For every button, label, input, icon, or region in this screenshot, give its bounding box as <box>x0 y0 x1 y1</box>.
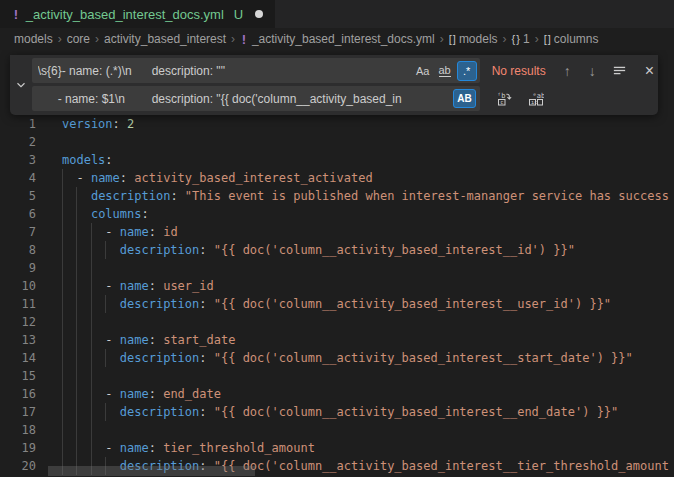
code-line[interactable]: 11 description: "{{ doc('column__activit… <box>0 295 674 313</box>
breadcrumb-item-models[interactable]: [ ]models <box>449 32 498 46</box>
code-line-text[interactable]: - name: start_date <box>62 331 674 349</box>
indent-guide <box>105 349 106 367</box>
preserve-case-toggle[interactable]: AB <box>453 89 475 108</box>
indent-guide <box>62 367 63 385</box>
indent-guide <box>62 223 63 241</box>
code-line[interactable]: 15 <box>0 367 674 385</box>
breadcrumb-item-1[interactable]: { }1 <box>512 32 530 46</box>
code-line-text[interactable]: - name: id <box>62 223 674 241</box>
breadcrumb-label: models <box>459 32 498 46</box>
code-line[interactable]: 10 - name: user_id <box>0 277 674 295</box>
code-line-text[interactable]: version: 2 <box>62 115 674 133</box>
tab-bar: ! _activity_based_interest_docs.yml U <box>0 0 674 28</box>
indent-guide <box>91 385 92 403</box>
breadcrumb-label: columns <box>554 32 599 46</box>
find-results-status: No results <box>492 64 546 78</box>
breadcrumb-label: _activity_based_interest_docs.yml <box>252 32 435 46</box>
code-line-text[interactable] <box>62 367 674 385</box>
breadcrumb-separator-icon: › <box>503 32 507 46</box>
match-case-toggle[interactable]: Aa <box>413 61 433 81</box>
unsaved-dot-icon[interactable] <box>255 10 263 18</box>
code-line[interactable]: 7 - name: id <box>0 223 674 241</box>
symbol-object-icon: { } <box>512 33 519 45</box>
indent-guide <box>91 439 92 457</box>
code-line-text[interactable]: description: "{{ doc('column__activity_b… <box>62 241 674 259</box>
code-line[interactable]: 9 <box>0 259 674 277</box>
code-line-text[interactable]: - name: user_id <box>62 277 674 295</box>
code-line[interactable]: 13 - name: start_date <box>0 331 674 349</box>
replace-input[interactable] <box>32 86 480 111</box>
tab-active-file[interactable]: ! _activity_based_interest_docs.yml U <box>0 0 275 28</box>
code-line-text[interactable]: description: "{{ doc('column__activity_b… <box>62 349 674 367</box>
indent-guide <box>62 295 63 313</box>
line-number: 6 <box>0 205 36 223</box>
find-in-selection-button[interactable] <box>612 63 627 78</box>
previous-match-button[interactable]: ↑ <box>564 64 571 78</box>
code-line-text[interactable]: models: <box>62 151 674 169</box>
symbol-array-icon: [ ] <box>544 33 550 45</box>
code-line-text[interactable]: columns: <box>62 205 674 223</box>
horizontal-scrollbar-thumb[interactable] <box>48 466 255 476</box>
code-line-text[interactable]: description: "{{ doc('column__activity_b… <box>62 403 674 421</box>
yaml-file-icon: ! <box>240 32 248 47</box>
line-number: 2 <box>0 133 36 151</box>
next-match-button[interactable]: ↓ <box>589 64 596 78</box>
code-line-text[interactable]: description: "{{ doc('column__activity_b… <box>62 295 674 313</box>
close-find-button[interactable]: × <box>645 63 654 79</box>
code-line-text[interactable]: - name: tier_threshold_amount <box>62 439 674 457</box>
whole-word-toggle[interactable]: ab <box>435 61 455 81</box>
code-line[interactable]: 1version: 2 <box>0 115 674 133</box>
regex-toggle[interactable]: .* <box>457 61 477 81</box>
indent-guide <box>76 403 77 421</box>
svg-text:c: c <box>500 99 503 105</box>
line-number: 18 <box>0 421 36 439</box>
chevron-down-icon <box>14 78 28 92</box>
indent-guide <box>76 241 77 259</box>
code-line[interactable]: 5 description: "This event is published … <box>0 187 674 205</box>
line-number: 10 <box>0 277 36 295</box>
toggle-replace-button[interactable] <box>10 58 32 111</box>
breadcrumb-item-models[interactable]: models <box>14 32 53 46</box>
code-line-text[interactable]: - name: end_date <box>62 385 674 403</box>
code-line[interactable]: 6 columns: <box>0 205 674 223</box>
code-line-text[interactable]: - name: activity_based_interest_activate… <box>62 169 674 187</box>
svg-text:ıc: ıc <box>531 99 538 105</box>
indent-guide <box>91 331 92 349</box>
code-line-text[interactable] <box>62 313 674 331</box>
line-number: 13 <box>0 331 36 349</box>
replace-button[interactable]: ᶠb c <box>496 91 512 107</box>
tab-filename: _activity_based_interest_docs.yml <box>26 7 224 22</box>
editor-pane[interactable]: Aa ab .* No results ↑ ↓ × <box>0 50 674 477</box>
line-number: 11 <box>0 295 36 313</box>
breadcrumb-separator-icon: › <box>440 32 444 46</box>
line-number: 17 <box>0 403 36 421</box>
indent-guide <box>62 277 63 295</box>
code-line-text[interactable] <box>62 421 674 439</box>
code-line[interactable]: 18 <box>0 421 674 439</box>
code-line[interactable]: 17 description: "{{ doc('column__activit… <box>0 403 674 421</box>
indent-guide <box>62 349 63 367</box>
code-line-text[interactable] <box>62 133 674 151</box>
breadcrumb-item-core[interactable]: core <box>67 32 90 46</box>
code-line-text[interactable] <box>62 259 674 277</box>
code-line[interactable]: 3models: <box>0 151 674 169</box>
code-line[interactable]: 4 - name: activity_based_interest_activa… <box>0 169 674 187</box>
indent-guide <box>76 367 77 385</box>
code-line[interactable]: 2 <box>0 133 674 151</box>
indent-guide <box>105 295 106 313</box>
breadcrumb-item-activity_based_interest[interactable]: activity_based_interest <box>104 32 226 46</box>
indent-guide <box>62 313 63 331</box>
horizontal-scrollbar <box>0 466 674 477</box>
breadcrumb-item-columns[interactable]: [ ]columns <box>544 32 599 46</box>
code-line[interactable]: 12 <box>0 313 674 331</box>
code-line[interactable]: 19 - name: tier_threshold_amount <box>0 439 674 457</box>
code-line-text[interactable]: description: "This event is published wh… <box>62 187 674 205</box>
git-untracked-badge: U <box>234 7 243 22</box>
code-line[interactable]: 8 description: "{{ doc('column__activity… <box>0 241 674 259</box>
replace-all-button[interactable]: ᵉab ıc <box>528 91 544 107</box>
indent-guide <box>76 277 77 295</box>
indent-guide <box>76 313 77 331</box>
code-line[interactable]: 14 description: "{{ doc('column__activit… <box>0 349 674 367</box>
code-line[interactable]: 16 - name: end_date <box>0 385 674 403</box>
breadcrumb-item-_activity_based_interest_docs.yml[interactable]: !_activity_based_interest_docs.yml <box>240 32 435 47</box>
